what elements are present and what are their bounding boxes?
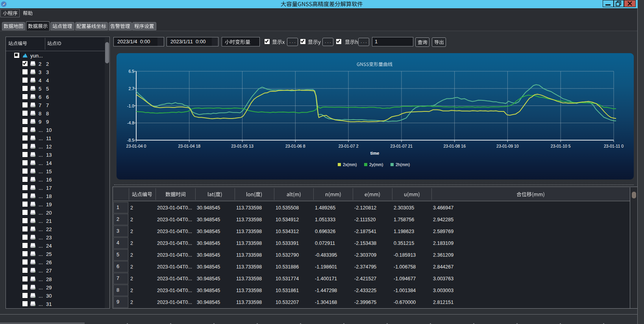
svg-text:23-01-05 13: 23-01-05 13 — [231, 144, 254, 148]
svg-text:23-01-10 5: 23-01-10 5 — [551, 144, 571, 148]
svg-text:2x(mm): 2x(mm) — [343, 162, 357, 167]
svg-text:23-01-11 0: 23-01-11 0 — [604, 144, 624, 148]
svg-text:-1.0: -1.0 — [127, 104, 134, 108]
svg-text:23-01-04 0: 23-01-04 0 — [126, 144, 146, 148]
svg-text:time: time — [370, 151, 379, 156]
svg-text:-4.8: -4.8 — [127, 120, 134, 125]
svg-text:2h(mm): 2h(mm) — [396, 162, 410, 167]
svg-text:23-01-04 18: 23-01-04 18 — [178, 144, 200, 148]
svg-text:2y(mm): 2y(mm) — [369, 162, 383, 167]
svg-text:23-01-07 21: 23-01-07 21 — [390, 144, 413, 148]
svg-text:-8.5: -8.5 — [127, 138, 134, 143]
svg-text:6.5: 6.5 — [128, 69, 134, 74]
svg-text:23-01-09 10: 23-01-09 10 — [496, 144, 519, 148]
svg-text:2.7: 2.7 — [128, 86, 134, 91]
svg-text:23-01-08 16: 23-01-08 16 — [443, 144, 466, 148]
svg-text:23-01-06 8: 23-01-06 8 — [285, 144, 305, 148]
svg-text:23-01-07 2: 23-01-07 2 — [339, 144, 359, 148]
